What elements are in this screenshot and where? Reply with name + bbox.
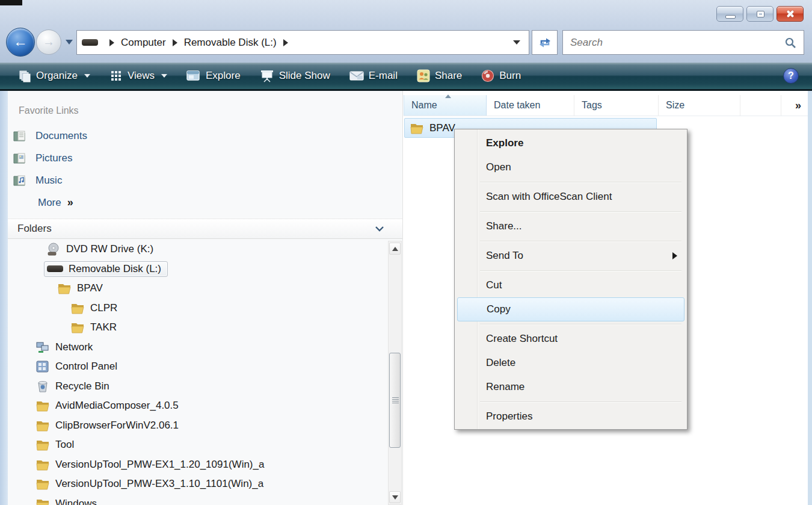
breadcrumb-arrow-icon[interactable]: [109, 39, 114, 46]
favorite-links-title: Favorite Links: [19, 105, 79, 116]
column-label: Name: [411, 100, 437, 111]
close-button[interactable]: [777, 6, 804, 22]
scroll-up-button[interactable]: [389, 243, 401, 255]
tree-item-label: DVD RW Drive (K:): [66, 243, 153, 255]
menu-item-explore[interactable]: Explore: [456, 131, 686, 155]
tree-scrollbar[interactable]: [388, 241, 402, 505]
column-header-row: Name Date taken Tags Size »: [404, 95, 808, 116]
minimize-icon: [725, 15, 736, 19]
breadcrumb-arrow-icon[interactable]: [173, 39, 177, 46]
folders-band[interactable]: Folders: [8, 218, 402, 239]
file-name: BPAV: [429, 122, 455, 134]
removable-disk-icon: [82, 39, 98, 46]
menu-item-label: Copy: [487, 303, 511, 315]
favorite-link-music[interactable]: Music: [8, 169, 402, 191]
refresh-button[interactable]: [532, 30, 558, 55]
menu-item-rename[interactable]: Rename: [456, 375, 686, 399]
slideshow-button[interactable]: Slide Show: [250, 63, 340, 89]
tree-item-takr[interactable]: TAKR: [8, 318, 388, 338]
menu-item-copy[interactable]: Copy: [457, 297, 684, 321]
search-input[interactable]: [563, 37, 784, 49]
menu-item-label: Cut: [486, 279, 502, 291]
menu-item-share[interactable]: Share...: [456, 214, 686, 238]
menu-item-label: Delete: [486, 357, 515, 369]
maximize-icon: [757, 11, 764, 17]
tree-item-windows[interactable]: Windows: [8, 494, 388, 505]
column-header-size[interactable]: Size: [659, 95, 740, 116]
menu-item-send-to[interactable]: Send To: [456, 244, 686, 268]
navigation-pane: Favorite Links Documents Pictures: [8, 91, 403, 505]
menu-item-label: Rename: [486, 381, 524, 393]
tree-item-versionuptool-ex1[interactable]: VersionUpTool_PMW-EX1_1.20_1091(Win)_a: [8, 455, 388, 475]
tree-item-avidmediacomposer[interactable]: AvidMediaComposer_4.0.5: [8, 396, 388, 416]
recycle-bin-icon: [35, 380, 50, 393]
menu-item-label: Explore: [486, 137, 523, 149]
tree-item-label: Control Panel: [55, 361, 117, 373]
context-menu: Explore Open Scan with OfficeScan Client…: [454, 129, 687, 430]
tree-item-clpr[interactable]: CLPR: [8, 299, 388, 318]
favorite-links-more[interactable]: More »: [8, 191, 402, 214]
tree-item-removable-disk[interactable]: Removable Disk (L:): [8, 259, 388, 279]
menu-item-delete[interactable]: Delete: [456, 351, 686, 375]
double-chevron-icon: »: [67, 196, 73, 209]
email-button[interactable]: E-mail: [340, 63, 407, 89]
tree-item-label: Network: [55, 341, 93, 353]
explore-button[interactable]: Explore: [177, 63, 250, 89]
address-dropdown-icon[interactable]: [513, 40, 520, 45]
scrollbar-thumb[interactable]: [389, 353, 401, 448]
arrow-down-icon: [392, 495, 398, 500]
refresh-icon: [538, 36, 552, 50]
folder-icon: [35, 439, 50, 451]
breadcrumb-item-computer[interactable]: Computer: [121, 37, 166, 49]
screen-corner-artifact: [0, 0, 22, 5]
help-button[interactable]: ?: [783, 68, 799, 84]
views-button[interactable]: Views: [100, 63, 177, 89]
removable-disk-icon: [47, 265, 63, 272]
menu-item-open[interactable]: Open: [456, 155, 686, 179]
tree-item-control-panel[interactable]: Control Panel: [8, 357, 388, 377]
window-controls: [716, 6, 804, 22]
tree-item-clipbrowser[interactable]: ClipBrowserForWinV2.06.1: [8, 416, 388, 436]
window-frame-left: [0, 91, 8, 505]
column-header-name[interactable]: Name: [404, 95, 487, 116]
tree-item-tool[interactable]: Tool: [8, 435, 388, 455]
maximize-button[interactable]: [746, 6, 774, 22]
minimize-button[interactable]: [716, 6, 743, 22]
menu-item-properties[interactable]: Properties: [456, 404, 686, 429]
menu-item-create-shortcut[interactable]: Create Shortcut: [456, 327, 686, 351]
scroll-down-button[interactable]: [389, 491, 401, 503]
column-header-tags[interactable]: Tags: [574, 95, 659, 116]
menu-item-scan-with-officescan[interactable]: Scan with OfficeScan Client: [456, 185, 686, 209]
dvd-drive-icon: [46, 243, 61, 256]
burn-button[interactable]: Burn: [472, 63, 531, 89]
share-button[interactable]: Share: [407, 63, 472, 89]
collapse-chevron-icon[interactable]: [375, 226, 384, 232]
control-panel-icon: [35, 360, 50, 373]
menu-item-label: Properties: [486, 411, 532, 423]
back-button[interactable]: ←: [6, 28, 35, 57]
history-dropdown-icon[interactable]: [66, 40, 73, 45]
favorite-link-pictures[interactable]: Pictures: [8, 147, 402, 169]
views-icon: [109, 69, 123, 82]
menu-item-label: Scan with OfficeScan Client: [486, 191, 612, 203]
address-bar[interactable]: Computer Removable Disk (L:): [76, 30, 529, 55]
breadcrumb-item-removable-disk[interactable]: Removable Disk (L:): [184, 37, 277, 49]
tree-item-bpav[interactable]: BPAV: [8, 279, 388, 299]
column-header-date-taken[interactable]: Date taken: [487, 95, 574, 116]
menu-separator: [480, 241, 681, 241]
tree-item-label: Recycle Bin: [55, 380, 109, 392]
tree-item-dvd-drive[interactable]: DVD RW Drive (K:): [8, 240, 388, 259]
menu-item-cut[interactable]: Cut: [456, 273, 686, 297]
organize-button[interactable]: Organize: [8, 63, 100, 89]
tree-item-network[interactable]: Network: [8, 338, 388, 358]
tree-item-versionuptool-ex3[interactable]: VersionUpTool_PMW-EX3_1.10_1101(Win)_a: [8, 474, 388, 494]
tree-item-recycle-bin[interactable]: Recycle Bin: [8, 377, 388, 397]
share-icon: [417, 69, 430, 82]
favorite-link-documents[interactable]: Documents: [8, 125, 402, 147]
search-icon[interactable]: [784, 37, 796, 49]
folder-icon: [35, 459, 50, 471]
more-label: More: [38, 197, 61, 209]
more-columns-button[interactable]: »: [781, 95, 807, 116]
breadcrumb-arrow-icon[interactable]: [283, 39, 288, 46]
forward-button[interactable]: →: [36, 29, 61, 55]
